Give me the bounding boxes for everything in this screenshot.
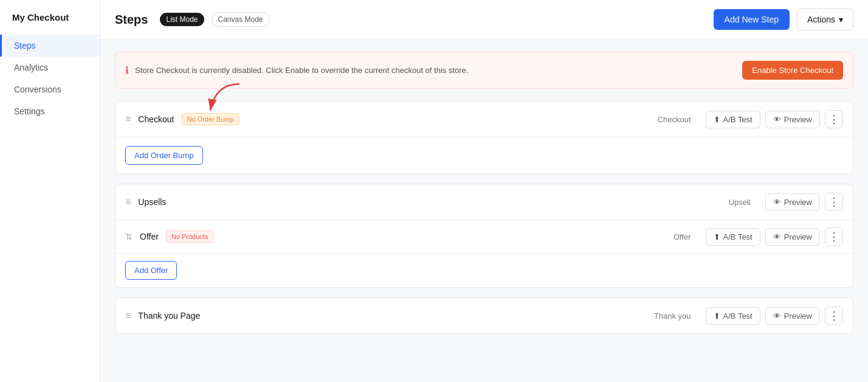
app-title: My Checkout <box>0 12 100 35</box>
checkout-badge: No Order Bump <box>182 113 239 125</box>
thank-you-step-card: ≡ Thank you Page Thank you ⬆ A/B Test 👁 … <box>115 297 853 334</box>
sidebar-item-analytics[interactable]: Analytics <box>0 57 100 78</box>
canvas-mode-badge[interactable]: Canvas Mode <box>212 12 270 27</box>
alert-message: Store Checkout is currently disabled. Cl… <box>135 66 736 75</box>
add-new-step-button[interactable]: Add New Step <box>714 9 790 30</box>
ab-test-icon: ⬆ <box>714 311 720 321</box>
offer-type: Offer <box>673 232 691 241</box>
actions-label: Actions <box>807 15 835 24</box>
checkout-more-button[interactable]: ⋮ <box>825 110 843 128</box>
offer-badge: No Products <box>166 231 214 243</box>
sidebar-item-conversions[interactable]: Conversions <box>0 78 100 100</box>
sidebar: My Checkout Steps Analytics Conversions … <box>0 0 100 382</box>
ab-test-label: A/B Test <box>723 311 753 321</box>
offer-row: ⇅ Offer No Products Offer ⬆ A/B Test 👁 P… <box>115 220 853 254</box>
preview-label: Preview <box>784 232 812 241</box>
checkout-preview-button[interactable]: 👁 Preview <box>765 111 820 128</box>
eye-icon: 👁 <box>773 311 781 321</box>
thank-you-more-button[interactable]: ⋮ <box>825 307 843 325</box>
offer-more-button[interactable]: ⋮ <box>825 227 843 246</box>
checkout-step-name: Checkout <box>138 114 174 124</box>
info-icon: ℹ <box>125 64 129 76</box>
drag-handle-icon[interactable]: ≡ <box>125 114 131 125</box>
offer-name: Offer <box>140 232 159 241</box>
thank-you-drag-handle[interactable]: ≡ <box>125 310 131 321</box>
preview-label: Preview <box>784 198 812 207</box>
upsells-more-button[interactable]: ⋮ <box>825 193 843 211</box>
ab-test-label: A/B Test <box>723 232 753 241</box>
steps-content: ℹ Store Checkout is currently disabled. … <box>100 40 868 356</box>
upsells-step-card: ≡ Upsells Upsell 👁 Preview ⋮ ⇅ Offer No … <box>115 184 853 288</box>
add-offer-button[interactable]: Add Offer <box>125 261 177 280</box>
thank-you-header: ≡ Thank you Page Thank you ⬆ A/B Test 👁 … <box>115 298 853 333</box>
eye-icon: 👁 <box>773 115 781 124</box>
checkout-step-header: ≡ Checkout No Order Bump Checkout ⬆ A/B … <box>115 102 853 137</box>
checkout-step-body: Add Order Bump <box>115 137 853 173</box>
thank-you-step-actions: ⬆ A/B Test 👁 Preview ⋮ <box>706 307 843 325</box>
checkout-step-type: Checkout <box>658 115 691 124</box>
sidebar-item-steps[interactable]: Steps <box>0 35 100 57</box>
enable-store-checkout-button[interactable]: Enable Store Checkout <box>742 61 843 80</box>
eye-icon: 👁 <box>773 198 781 207</box>
actions-button[interactable]: Actions ▾ <box>797 9 853 30</box>
offer-actions: ⬆ A/B Test 👁 Preview ⋮ <box>706 227 843 246</box>
offer-ab-test-button[interactable]: ⬆ A/B Test <box>706 228 760 246</box>
list-mode-badge[interactable]: List Mode <box>160 13 204 26</box>
upsells-header: ≡ Upsells Upsell 👁 Preview ⋮ <box>115 184 853 220</box>
upsells-drag-handle[interactable]: ≡ <box>125 196 131 207</box>
sidebar-item-settings[interactable]: Settings <box>0 100 100 122</box>
main-content: Steps List Mode Canvas Mode Add New Step… <box>100 0 868 382</box>
upsells-step-actions: 👁 Preview ⋮ <box>765 193 843 211</box>
ab-test-label: A/B Test <box>723 115 753 124</box>
ab-test-icon: ⬆ <box>714 115 720 124</box>
thank-you-ab-test-button[interactable]: ⬆ A/B Test <box>706 307 760 325</box>
upsells-step-type: Upsell <box>729 198 751 207</box>
upsells-step-name: Upsells <box>138 197 166 207</box>
store-checkout-alert: ℹ Store Checkout is currently disabled. … <box>115 52 853 89</box>
page-title: Steps <box>115 13 148 27</box>
add-order-bump-button[interactable]: Add Order Bump <box>125 146 203 165</box>
preview-label: Preview <box>784 311 812 321</box>
offer-preview-button[interactable]: 👁 Preview <box>765 228 820 246</box>
upsells-body: Add Offer <box>115 254 853 287</box>
checkout-step-actions: ⬆ A/B Test 👁 Preview ⋮ <box>706 110 843 128</box>
upsells-inner: ⇅ Offer No Products Offer ⬆ A/B Test 👁 P… <box>115 220 853 287</box>
offer-sort-icon[interactable]: ⇅ <box>125 232 133 241</box>
chevron-down-icon: ▾ <box>839 15 843 24</box>
thank-you-preview-button[interactable]: 👁 Preview <box>765 307 820 325</box>
preview-label: Preview <box>784 115 812 124</box>
checkout-step-card: ≡ Checkout No Order Bump Checkout ⬆ A/B … <box>115 101 853 174</box>
thank-you-step-name: Thank you Page <box>138 311 200 321</box>
thank-you-step-type: Thank you <box>654 311 691 321</box>
checkout-ab-test-button[interactable]: ⬆ A/B Test <box>706 111 760 128</box>
page-header: Steps List Mode Canvas Mode Add New Step… <box>100 0 868 40</box>
eye-icon: 👁 <box>773 232 781 241</box>
ab-test-icon: ⬆ <box>714 232 720 241</box>
upsells-preview-button[interactable]: 👁 Preview <box>765 193 820 211</box>
